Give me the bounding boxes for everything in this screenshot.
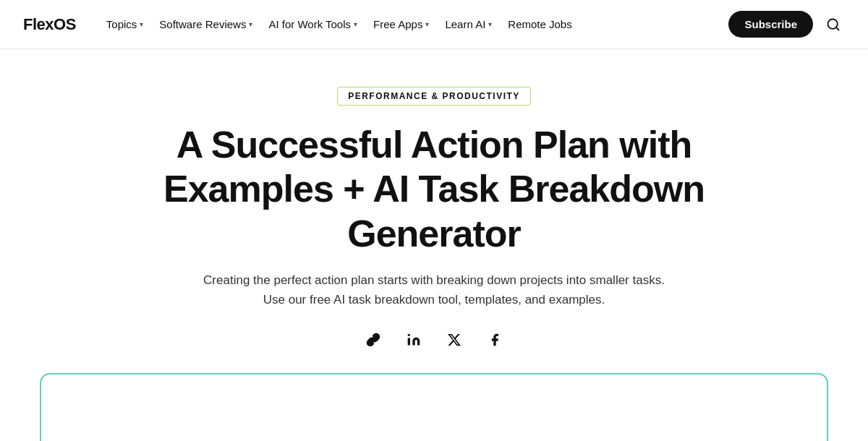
- nav-item-remote-jobs[interactable]: Remote Jobs: [501, 14, 579, 35]
- article-title: A Successful Action Plan with Examples +…: [152, 123, 716, 256]
- logo[interactable]: FlexOS: [23, 15, 76, 34]
- main-content: PERFORMANCE & PRODUCTIVITY A Successful …: [0, 49, 868, 441]
- navbar: FlexOS Topics ▾ Software Reviews ▾ AI fo…: [0, 0, 868, 49]
- chevron-down-icon: ▾: [488, 20, 492, 28]
- nav-right: Subscribe: [728, 11, 845, 38]
- search-icon: [826, 17, 841, 32]
- nav-label-ai-work-tools: AI for Work Tools: [268, 18, 351, 30]
- nav-label-topics: Topics: [106, 18, 137, 30]
- subtitle-line2: Use our free AI task breakdown tool, tem…: [263, 293, 605, 307]
- linkedin-icon[interactable]: [401, 327, 427, 353]
- nav-item-software-reviews[interactable]: Software Reviews ▾: [152, 14, 260, 35]
- subscribe-button[interactable]: Subscribe: [728, 11, 813, 38]
- nav-item-topics[interactable]: Topics ▾: [99, 14, 151, 35]
- svg-line-1: [836, 27, 839, 30]
- chevron-down-icon: ▾: [140, 20, 143, 28]
- nav-item-ai-work-tools[interactable]: AI for Work Tools ▾: [261, 14, 365, 35]
- tool-card: [40, 373, 828, 441]
- svg-rect-2: [408, 338, 410, 346]
- nav-label-learn-ai: Learn AI: [445, 18, 485, 30]
- nav-label-remote-jobs: Remote Jobs: [508, 18, 571, 30]
- nav-label-free-apps: Free Apps: [373, 18, 422, 30]
- search-button[interactable]: [822, 13, 845, 36]
- svg-point-3: [408, 334, 410, 336]
- x-twitter-icon[interactable]: [441, 327, 467, 353]
- nav-label-software-reviews: Software Reviews: [159, 18, 246, 30]
- facebook-icon[interactable]: [482, 327, 508, 353]
- chevron-down-icon: ▾: [425, 20, 429, 28]
- article-subtitle: Creating the perfect action plan starts …: [203, 270, 665, 309]
- nav-links: Topics ▾ Software Reviews ▾ AI for Work …: [99, 14, 723, 35]
- chevron-down-icon: ▾: [249, 20, 252, 28]
- nav-item-learn-ai[interactable]: Learn AI ▾: [438, 14, 499, 35]
- social-share-icons: [360, 327, 508, 353]
- chevron-down-icon: ▾: [354, 20, 357, 28]
- nav-item-free-apps[interactable]: Free Apps ▾: [366, 14, 436, 35]
- copy-link-icon[interactable]: [360, 327, 386, 353]
- subtitle-line1: Creating the perfect action plan starts …: [203, 273, 665, 287]
- category-badge: PERFORMANCE & PRODUCTIVITY: [337, 87, 531, 106]
